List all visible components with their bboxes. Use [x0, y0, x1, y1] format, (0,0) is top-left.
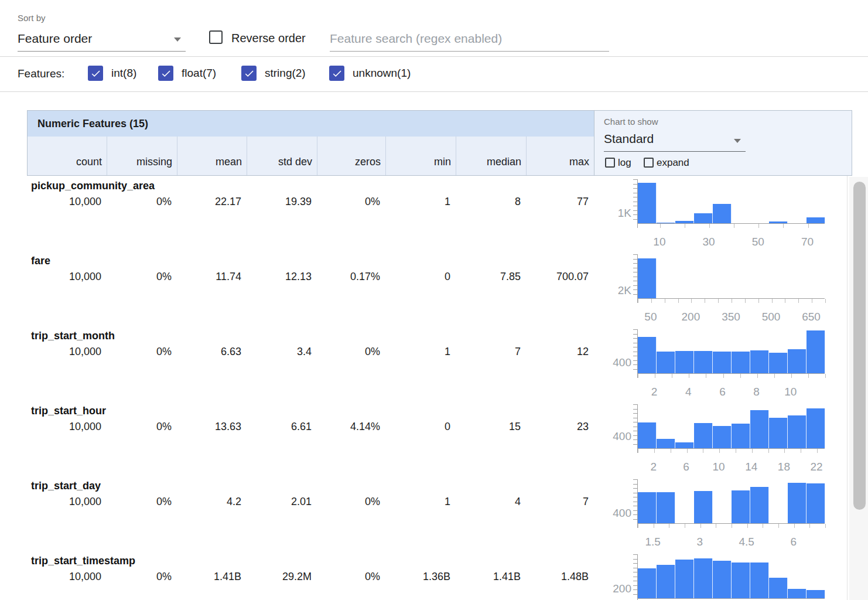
- column-header-median: median: [456, 137, 526, 175]
- feature-type-filter[interactable]: string(2): [241, 66, 306, 81]
- column-header-missing: missing: [107, 137, 177, 175]
- histogram-bar: [750, 562, 769, 598]
- log-checkbox[interactable]: [605, 158, 615, 168]
- stat-median: 1.41B: [455, 571, 525, 583]
- x-axis-tick-label: 14: [734, 461, 769, 473]
- scrollbar-track[interactable]: [849, 177, 868, 600]
- y-axis-tick: [633, 294, 637, 295]
- stat-min: 0: [385, 421, 455, 433]
- histogram-bar: [788, 483, 807, 523]
- stat-count: 10,000: [27, 196, 106, 208]
- x-axis-tick: [778, 524, 779, 528]
- feature-type-filter[interactable]: unknown(1): [329, 66, 411, 81]
- feature-type-filter[interactable]: float(7): [158, 66, 216, 81]
- chart-type-select[interactable]: Standard: [604, 131, 746, 152]
- feature-rows: pickup_community_area10,0000%22.1719.390…: [27, 176, 847, 600]
- histogram-bar: [807, 483, 825, 523]
- type-label: float(7): [182, 67, 216, 80]
- y-axis-tick: [633, 352, 637, 352]
- stat-std-dev: 29.2M: [246, 571, 316, 583]
- y-axis-tick: [633, 577, 637, 577]
- histogram-bar: [732, 490, 750, 523]
- panel-title-band: Numeric Features (15): [28, 111, 594, 137]
- x-axis-tick-label: 200: [673, 311, 708, 323]
- stat-max: 7: [525, 496, 593, 508]
- stat-min: 1: [385, 196, 455, 208]
- feature-row: trip_start_hour10,0000%13.636.614.14%015…: [27, 401, 847, 476]
- x-axis-tick: [723, 374, 724, 378]
- x-axis-tick-label: 4: [671, 386, 706, 398]
- stat-missing: 0%: [106, 571, 176, 583]
- x-axis-tick: [638, 374, 638, 378]
- check-icon: [244, 68, 255, 79]
- x-axis-tick: [709, 224, 710, 228]
- x-axis-tick-label: 4.5: [729, 536, 764, 548]
- feature-search-input[interactable]: [330, 26, 609, 52]
- expand-checkbox[interactable]: [644, 158, 654, 168]
- stat-mean: 1.41B: [176, 571, 246, 583]
- x-axis-tick: [689, 374, 689, 378]
- x-axis-tick: [825, 524, 826, 528]
- y-axis-label: 400: [603, 507, 631, 520]
- y-axis-tick: [633, 343, 637, 343]
- histogram-bar: [788, 415, 807, 448]
- y-axis-tick: [633, 563, 637, 564]
- x-axis-tick-label: 3: [682, 536, 717, 548]
- y-axis-tick: [633, 268, 637, 268]
- x-axis-tick: [736, 449, 736, 453]
- type-checkbox[interactable]: [329, 66, 344, 81]
- y-axis-tick: [633, 422, 637, 422]
- x-axis-tick: [791, 374, 792, 378]
- feature-type-filter[interactable]: int(8): [88, 66, 136, 81]
- feature-row: trip_start_day10,0000%4.22.010%1474001.5…: [27, 476, 847, 551]
- histogram-bar: [750, 410, 769, 448]
- x-axis-tick: [716, 524, 716, 528]
- column-header-count: count: [28, 137, 107, 175]
- stat-std-dev: 19.39: [246, 196, 316, 208]
- type-checkbox[interactable]: [158, 66, 173, 81]
- y-axis-tick: [633, 493, 637, 493]
- histogram-bar: [807, 590, 825, 598]
- x-axis-tick: [809, 524, 810, 528]
- feature-name: fare: [31, 255, 50, 267]
- histogram-bar: [657, 352, 675, 373]
- stat-missing: 0%: [106, 421, 176, 433]
- y-axis-tick: [633, 514, 637, 515]
- x-axis-tick: [685, 524, 685, 528]
- x-axis-tick-label: 8: [739, 386, 774, 398]
- y-axis-tick: [633, 431, 637, 431]
- y-axis-tick: [633, 364, 637, 365]
- stat-min: 1: [385, 346, 455, 358]
- stat-missing: 0%: [106, 496, 176, 508]
- histogram-bar: [807, 330, 825, 373]
- stat-mean: 6.63: [176, 346, 246, 358]
- histogram-bar: [769, 578, 788, 598]
- histogram-bar: [750, 350, 769, 373]
- facets-overview-app: Sort by Feature order Reverse order Feat…: [0, 0, 868, 600]
- stat-median: 7.85: [455, 271, 525, 283]
- x-axis-tick: [732, 299, 732, 303]
- x-axis-tick: [734, 224, 734, 228]
- x-axis-tick: [783, 224, 784, 228]
- y-axis-tick: [633, 329, 637, 330]
- check-icon: [160, 68, 172, 79]
- chart-controls: Chart to show Standard log expand: [594, 111, 852, 175]
- sort-by-value: Feature order: [18, 32, 92, 46]
- x-axis-tick-label: 650: [794, 311, 829, 323]
- x-axis-tick: [784, 449, 785, 453]
- y-axis-tick: [633, 347, 637, 347]
- x-axis-tick: [794, 524, 795, 528]
- x-axis-tick-label: 2: [637, 386, 672, 398]
- reverse-order-checkbox[interactable]: [209, 30, 223, 44]
- y-axis-tick: [633, 506, 637, 506]
- x-axis-tick-label: 22: [799, 461, 834, 473]
- type-checkbox[interactable]: [241, 66, 257, 81]
- sort-by-select[interactable]: Feature order: [18, 29, 186, 52]
- sort-by-label: Sort by: [18, 13, 46, 23]
- type-checkbox[interactable]: [88, 66, 103, 81]
- histogram-plot: [637, 329, 825, 374]
- stat-mean: 4.2: [176, 496, 246, 508]
- scrollbar-thumb[interactable]: [853, 182, 866, 510]
- x-axis-tick: [763, 524, 763, 528]
- stat-zeros: 4.14%: [316, 421, 385, 433]
